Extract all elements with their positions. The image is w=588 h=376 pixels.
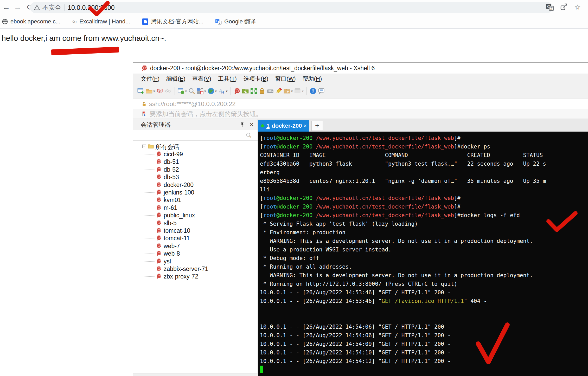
tree-connector: [144, 276, 155, 277]
terminal-line: [root@docker-200 /www.yuchaoit.cn/test_d…: [260, 203, 588, 211]
url-text[interactable]: 10.0.0.200:8000: [68, 4, 115, 11]
menu-edit[interactable]: 编辑(E): [166, 75, 185, 83]
new-file-icon[interactable]: [283, 87, 291, 95]
browser-toolbar: ← → ⟳ 不安全 10.0.0.200:8000 G文 ☆: [0, 0, 588, 15]
menu-help[interactable]: 帮助(H): [303, 75, 322, 83]
session-icon: [156, 243, 162, 249]
ssh-address-bar[interactable]: ssh://root:******@10.0.0.200:22: [133, 99, 588, 109]
session-item-db-52[interactable]: db-52: [133, 166, 258, 173]
keyboard-icon[interactable]: [266, 87, 274, 95]
session-manager-title: 会话管理器: [141, 121, 240, 129]
open-folder-dropdown-icon[interactable]: ▾: [153, 89, 155, 93]
connected-dot-icon: [261, 124, 264, 127]
pin-icon[interactable]: [240, 122, 248, 127]
back-icon[interactable]: ←: [2, 3, 11, 11]
new-tab-button[interactable]: +: [311, 121, 323, 131]
menu-window[interactable]: 窗口(W): [275, 75, 296, 83]
terminal-line: 10.0.0.1 - - [26/Aug/2022 14:54:06] "GET…: [260, 331, 588, 340]
close-panel-icon[interactable]: ×: [248, 121, 255, 128]
session-item-public_linux[interactable]: public_linux: [133, 212, 258, 219]
xshell-titlebar[interactable]: docker-200 - root@docker-200:/www.yuchao…: [133, 63, 588, 74]
lock-icon[interactable]: [258, 87, 266, 95]
session-properties-icon[interactable]: [177, 87, 185, 95]
session-item-zbx-proxy-72[interactable]: zbx-proxy-72: [133, 273, 258, 280]
session-label: db-51: [164, 158, 179, 165]
terminal-line: 10.0.0.1 - - [26/Aug/2022 14:54:06] "GET…: [260, 323, 588, 331]
window-disabled-dropdown-icon[interactable]: ▾: [302, 89, 304, 93]
session-icon: [156, 258, 162, 264]
search-icon[interactable]: [246, 132, 252, 138]
session-item-kvm01[interactable]: kvm01: [133, 196, 258, 204]
tab-label: docker-200: [272, 122, 303, 129]
tree-connector: [144, 192, 155, 193]
forward-icon[interactable]: →: [13, 3, 22, 11]
address-bar[interactable]: 不安全 10.0.0.200:8000: [30, 2, 553, 13]
session-item-web-8[interactable]: web-8: [133, 250, 258, 257]
xshell-icon[interactable]: [233, 87, 241, 95]
session-item-ysl[interactable]: ysl: [133, 258, 258, 265]
session-item-slb-5[interactable]: slb-5: [133, 219, 258, 227]
session-item-web-7[interactable]: web-7: [133, 242, 258, 250]
session-item-cicd-99[interactable]: cicd-99: [133, 151, 258, 158]
screen: ← → ⟳ 不安全 10.0.0.200:8000 G文 ☆ ebook: [0, 0, 588, 376]
terminal[interactable]: [root@docker-200 /www.yuchaoit.cn/test_d…: [258, 132, 588, 376]
session-label: m-61: [164, 204, 177, 211]
translate-icon[interactable]: G文: [546, 3, 554, 12]
fullscreen-icon[interactable]: [250, 87, 258, 95]
menu-view[interactable]: 查看(V): [192, 75, 211, 83]
session-item-zabbix-server-71[interactable]: zabbix-server-71: [133, 265, 258, 273]
new-session-icon[interactable]: [137, 87, 145, 95]
session-item-m-61[interactable]: m-61: [133, 204, 258, 212]
terminal-line: * Running on all addresses.: [260, 263, 588, 271]
layout-dropdown-icon[interactable]: ▾: [204, 89, 206, 93]
session-label: tomcat-11: [164, 235, 190, 242]
help-icon[interactable]: ?: [309, 87, 317, 95]
font-icon[interactable]: AA: [218, 87, 226, 95]
session-item-db-53[interactable]: db-53: [133, 173, 258, 181]
menu-tabs[interactable]: 选项卡(B): [244, 75, 268, 83]
terminal-line: * Debug mode: off: [260, 254, 588, 263]
web-dropdown-icon[interactable]: ▾: [215, 89, 217, 93]
session-root-row[interactable]: − 所有会话: [133, 143, 258, 150]
web-icon[interactable]: [207, 87, 215, 95]
tab-docker-200[interactable]: 1 docker-200 ×: [258, 120, 309, 132]
menu-file[interactable]: 文件(F): [141, 75, 159, 83]
session-item-jenkins-100[interactable]: jenkins-100: [133, 189, 258, 196]
session-item-docker-200[interactable]: docker-200: [133, 181, 258, 189]
chat-icon[interactable]: [317, 87, 325, 95]
session-icon: [156, 182, 162, 188]
bookmark-tencent-docs[interactable]: 腾讯文档-官方网站...: [142, 18, 203, 25]
excalidraw-icon: ∞: [72, 18, 78, 26]
open-folder-icon[interactable]: [145, 87, 153, 95]
bookmark-google-translate[interactable]: G文 Google 翻译: [215, 18, 256, 25]
bookmark-star-icon[interactable]: ☆: [574, 3, 581, 12]
properties-dropdown-icon[interactable]: ▾: [185, 89, 187, 93]
tree-connector: [144, 238, 155, 238]
window-disabled-icon[interactable]: [293, 87, 302, 95]
session-label: jenkins-100: [164, 189, 194, 196]
layout-icon[interactable]: [196, 87, 204, 95]
tab-close-icon[interactable]: ×: [303, 122, 307, 129]
disconnect-icon[interactable]: [164, 87, 172, 95]
highlight-icon[interactable]: [274, 87, 283, 95]
font-dropdown-icon[interactable]: ▾: [226, 89, 228, 93]
tree-connector: [144, 261, 155, 262]
bookmark-excalidraw[interactable]: ∞ Excalidraw | Hand...: [72, 18, 130, 25]
find-icon[interactable]: [188, 87, 196, 95]
session-item-db-51[interactable]: db-51: [133, 158, 258, 166]
terminal-line: [260, 314, 588, 323]
menu-tools[interactable]: 工具(T): [218, 75, 237, 83]
warning-icon: [34, 5, 40, 10]
collapse-icon[interactable]: −: [142, 145, 146, 148]
session-item-tomcat-10[interactable]: tomcat-10: [133, 227, 258, 235]
panel-bottom-strip: [133, 373, 258, 376]
session-search-box[interactable]: [133, 130, 258, 141]
share-icon[interactable]: [560, 3, 568, 12]
new-file-dropdown-icon[interactable]: ▾: [291, 89, 293, 93]
security-label[interactable]: 不安全: [42, 3, 61, 12]
connect-icon[interactable]: [156, 87, 164, 95]
bookmark-ebook[interactable]: ebook.apecome.c...: [2, 18, 60, 25]
session-label: ysl: [164, 258, 171, 265]
xftp-icon[interactable]: [241, 87, 250, 95]
session-item-tomcat-11[interactable]: tomcat-11: [133, 235, 258, 242]
